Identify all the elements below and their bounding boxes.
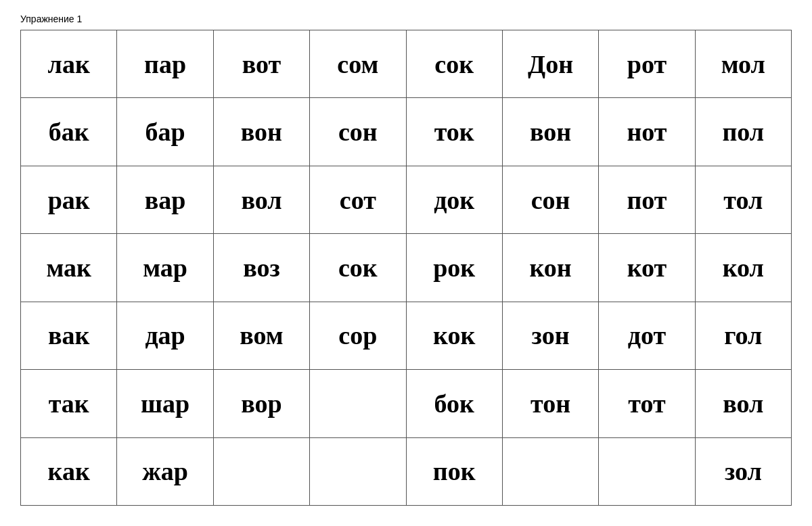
table-cell: вак xyxy=(21,302,117,369)
table-cell: дар xyxy=(117,302,213,369)
table-cell: мол xyxy=(695,30,791,98)
table-cell: пар xyxy=(117,30,213,98)
table-cell: тол xyxy=(695,166,791,233)
table-cell: вар xyxy=(117,166,213,233)
table-cell: кон xyxy=(502,234,598,302)
table-cell xyxy=(599,437,695,505)
table-cell: зон xyxy=(502,302,598,369)
table-cell: воз xyxy=(213,234,309,302)
table-cell: так xyxy=(21,370,117,437)
word-table: лакпарвотсомсокДонротмолбакбарвонсонтокв… xyxy=(20,30,792,506)
table-cell xyxy=(213,437,309,505)
table-cell: тон xyxy=(502,370,598,437)
table-cell xyxy=(502,437,598,505)
table-cell: нот xyxy=(599,98,695,166)
table-cell: вон xyxy=(502,98,598,166)
table-cell: сом xyxy=(310,30,406,98)
table-cell: рак xyxy=(21,166,117,233)
table-cell: сот xyxy=(310,166,406,233)
table-cell xyxy=(310,437,406,505)
table-cell xyxy=(310,370,406,437)
table-cell: рот xyxy=(599,30,695,98)
table-cell: сок xyxy=(310,234,406,302)
table-cell: вот xyxy=(213,30,309,98)
table-cell: дот xyxy=(599,302,695,369)
table-cell: гол xyxy=(695,302,791,369)
table-cell: пок xyxy=(406,437,502,505)
table-cell: тот xyxy=(599,370,695,437)
table-cell: вол xyxy=(695,370,791,437)
page-container: Упражнение 1 лакпарвотсомсокДонротмолбак… xyxy=(0,0,812,526)
table-cell: бар xyxy=(117,98,213,166)
table-cell: кот xyxy=(599,234,695,302)
exercise-title: Упражнение 1 xyxy=(20,14,792,24)
table-cell: сон xyxy=(502,166,598,233)
table-cell: вом xyxy=(213,302,309,369)
table-cell: лак xyxy=(21,30,117,98)
table-cell: мак xyxy=(21,234,117,302)
table-cell: рок xyxy=(406,234,502,302)
table-cell: мар xyxy=(117,234,213,302)
table-cell: зол xyxy=(695,437,791,505)
table-cell: сок xyxy=(406,30,502,98)
table-cell: кол xyxy=(695,234,791,302)
table-cell: бак xyxy=(21,98,117,166)
table-cell: док xyxy=(406,166,502,233)
table-cell: вол xyxy=(213,166,309,233)
table-cell: жар xyxy=(117,437,213,505)
table-cell: вон xyxy=(213,98,309,166)
table-cell: кок xyxy=(406,302,502,369)
table-cell: сон xyxy=(310,98,406,166)
table-cell: вор xyxy=(213,370,309,437)
table-cell: пот xyxy=(599,166,695,233)
table-cell: ток xyxy=(406,98,502,166)
table-cell: шар xyxy=(117,370,213,437)
table-cell: сор xyxy=(310,302,406,369)
table-cell: бок xyxy=(406,370,502,437)
table-cell: Дон xyxy=(502,30,598,98)
table-cell: как xyxy=(21,437,117,505)
table-cell: пол xyxy=(695,98,791,166)
